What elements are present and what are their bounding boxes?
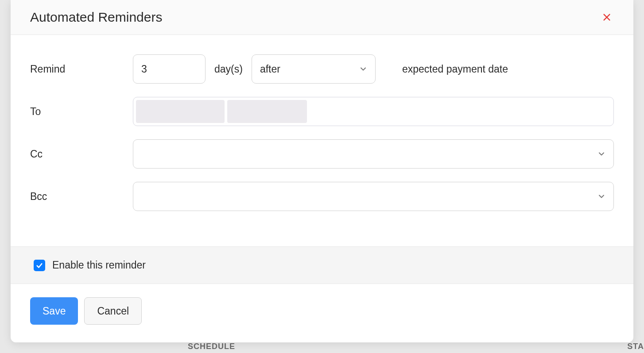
expected-payment-label: expected payment date (402, 63, 508, 75)
bcc-row: Bcc (30, 182, 614, 211)
save-button[interactable]: Save (30, 297, 78, 325)
enable-reminder-checkbox[interactable] (34, 260, 45, 271)
remind-label: Remind (30, 63, 133, 75)
enable-section: Enable this reminder (11, 246, 633, 284)
bcc-label: Bcc (30, 191, 133, 203)
enable-reminder-label: Enable this reminder (52, 259, 146, 271)
automated-reminders-modal: Automated Reminders Remind day(s) after (11, 0, 633, 342)
bcc-select-wrapper (133, 182, 614, 211)
modal-body: Remind day(s) after expected payment dat… (11, 35, 633, 246)
bcc-select[interactable] (133, 182, 614, 211)
close-icon (602, 12, 612, 22)
days-label: day(s) (214, 63, 243, 75)
remind-row: Remind day(s) after expected payment dat… (30, 54, 614, 84)
remind-when-select-wrapper: after (252, 54, 376, 84)
to-input[interactable] (133, 97, 614, 126)
check-icon (35, 261, 43, 269)
close-button[interactable] (600, 10, 614, 24)
modal-header: Automated Reminders (11, 0, 633, 35)
cc-label: Cc (30, 148, 133, 160)
bg-col-sta: STA (627, 342, 644, 351)
remind-days-input[interactable] (133, 54, 206, 84)
to-row: To (30, 97, 614, 126)
to-recipient-chip[interactable] (227, 100, 307, 123)
remind-content: day(s) after expected payment date (133, 54, 614, 84)
to-recipient-chip[interactable] (136, 100, 225, 123)
modal-footer: Save Cancel (11, 284, 633, 342)
cancel-button[interactable]: Cancel (84, 297, 142, 325)
cc-row: Cc (30, 139, 614, 169)
bg-col-schedule: SCHEDULE (188, 342, 235, 351)
to-label: To (30, 106, 133, 118)
modal-title: Automated Reminders (30, 10, 162, 25)
remind-when-select[interactable]: after (252, 54, 376, 84)
cc-select-wrapper (133, 139, 614, 169)
cc-select[interactable] (133, 139, 614, 169)
